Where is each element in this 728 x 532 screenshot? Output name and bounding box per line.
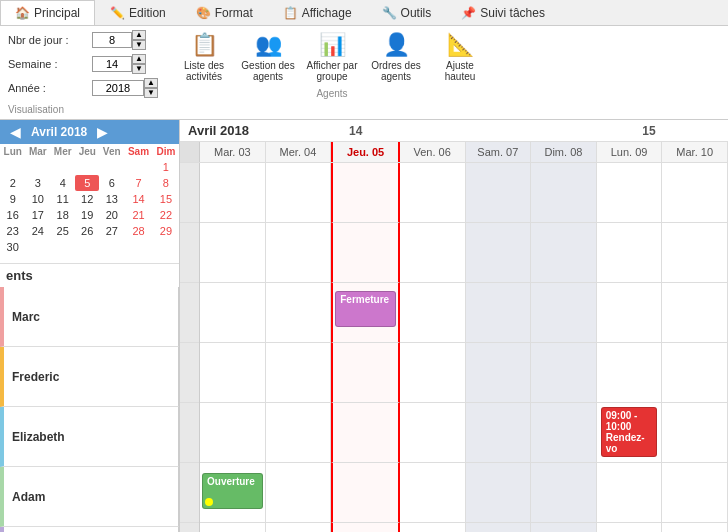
day-cell[interactable] bbox=[662, 403, 728, 463]
mini-cal-day[interactable]: 18 bbox=[50, 207, 75, 223]
mini-cal-day[interactable]: 28 bbox=[124, 223, 153, 239]
mini-cal-day[interactable] bbox=[0, 159, 25, 175]
day-cell[interactable] bbox=[266, 283, 332, 343]
day-cell[interactable] bbox=[331, 223, 400, 283]
day-cell[interactable] bbox=[266, 163, 332, 223]
day-cell[interactable] bbox=[531, 163, 597, 223]
day-cell[interactable] bbox=[266, 403, 332, 463]
mini-cal-day[interactable] bbox=[124, 159, 153, 175]
mini-cal-day[interactable] bbox=[99, 239, 124, 255]
mini-cal-day[interactable]: 10 bbox=[25, 191, 50, 207]
day-cell[interactable] bbox=[266, 343, 332, 403]
day-cell[interactable] bbox=[662, 343, 728, 403]
tab-edition[interactable]: ✏️ Edition bbox=[95, 0, 181, 25]
mini-cal-day[interactable]: 25 bbox=[50, 223, 75, 239]
annee-down[interactable]: ▼ bbox=[144, 88, 158, 98]
tab-outils[interactable]: 🔧 Outils bbox=[367, 0, 447, 25]
mini-cal-day[interactable]: 16 bbox=[0, 207, 25, 223]
tab-principal[interactable]: 🏠 Principal bbox=[0, 0, 95, 25]
day-cell[interactable] bbox=[531, 343, 597, 403]
day-cell[interactable] bbox=[531, 523, 597, 532]
mini-cal-day[interactable]: 17 bbox=[25, 207, 50, 223]
day-cell[interactable] bbox=[466, 223, 532, 283]
day-cell[interactable] bbox=[662, 523, 728, 532]
day-cell[interactable] bbox=[531, 463, 597, 523]
day-cell[interactable] bbox=[531, 283, 597, 343]
mini-cal-day[interactable]: 22 bbox=[153, 207, 179, 223]
day-cell[interactable] bbox=[597, 463, 663, 523]
day-cell[interactable] bbox=[200, 283, 266, 343]
mini-cal-day[interactable]: 19 bbox=[75, 207, 99, 223]
event-block[interactable]: Ouverture bbox=[202, 473, 263, 509]
tab-affichage[interactable]: 📋 Affichage bbox=[268, 0, 367, 25]
mini-cal-day[interactable] bbox=[50, 159, 75, 175]
mini-cal-day[interactable] bbox=[75, 239, 99, 255]
liste-btn[interactable]: 📋 Liste desactivités bbox=[174, 30, 234, 84]
mini-cal-day[interactable]: 23 bbox=[0, 223, 25, 239]
mini-cal-day[interactable] bbox=[124, 239, 153, 255]
day-cell[interactable] bbox=[466, 163, 532, 223]
day-cell[interactable] bbox=[597, 343, 663, 403]
day-cell[interactable] bbox=[597, 523, 663, 532]
mini-cal-day[interactable]: 15 bbox=[153, 191, 179, 207]
mini-cal-day[interactable]: 5 bbox=[75, 175, 99, 191]
day-cell[interactable] bbox=[597, 283, 663, 343]
day-cell[interactable] bbox=[466, 283, 532, 343]
mini-cal-day[interactable] bbox=[99, 159, 124, 175]
day-cell[interactable] bbox=[466, 343, 532, 403]
tab-format[interactable]: 🎨 Format bbox=[181, 0, 268, 25]
annee-up[interactable]: ▲ bbox=[144, 78, 158, 88]
mini-cal-day[interactable]: 27 bbox=[99, 223, 124, 239]
day-cell[interactable] bbox=[200, 223, 266, 283]
mini-cal-day[interactable]: 30 bbox=[0, 239, 25, 255]
mini-cal-day[interactable]: 24 bbox=[25, 223, 50, 239]
nbr-up[interactable]: ▲ bbox=[132, 30, 146, 40]
day-cell[interactable] bbox=[331, 343, 400, 403]
day-cell[interactable] bbox=[400, 223, 466, 283]
mini-cal-day[interactable]: 2 bbox=[0, 175, 25, 191]
day-cell[interactable] bbox=[200, 403, 266, 463]
mini-cal-day[interactable]: 6 bbox=[99, 175, 124, 191]
day-cell[interactable]: Fermeture bbox=[331, 283, 400, 343]
day-cell[interactable] bbox=[466, 523, 532, 532]
mini-cal-day[interactable]: 8 bbox=[153, 175, 179, 191]
annee-spinner[interactable]: ▲ ▼ bbox=[92, 78, 158, 98]
mini-cal-day[interactable]: 13 bbox=[99, 191, 124, 207]
mini-cal-day[interactable] bbox=[50, 239, 75, 255]
nbr-spinner[interactable]: ▲ ▼ bbox=[92, 30, 146, 50]
day-cell[interactable] bbox=[662, 283, 728, 343]
day-cell[interactable] bbox=[266, 463, 332, 523]
day-cell[interactable] bbox=[200, 163, 266, 223]
day-cell[interactable]: Formation bbox=[331, 523, 400, 532]
tab-suivi[interactable]: 📌 Suivi tâches bbox=[446, 0, 560, 25]
nbr-down[interactable]: ▼ bbox=[132, 40, 146, 50]
day-cell[interactable] bbox=[531, 223, 597, 283]
mini-cal-day[interactable]: 1 bbox=[153, 159, 179, 175]
semaine-down[interactable]: ▼ bbox=[132, 64, 146, 74]
mini-cal-day[interactable]: 4 bbox=[50, 175, 75, 191]
mini-cal-day[interactable]: 7 bbox=[124, 175, 153, 191]
day-cell[interactable] bbox=[331, 403, 400, 463]
day-cell[interactable] bbox=[400, 343, 466, 403]
nbr-input[interactable] bbox=[92, 32, 132, 48]
event-block[interactable]: 09:00 - 10:00 Rendez-vo bbox=[601, 407, 658, 457]
mini-cal-day[interactable]: 20 bbox=[99, 207, 124, 223]
day-cell[interactable] bbox=[662, 163, 728, 223]
semaine-input[interactable] bbox=[92, 56, 132, 72]
afficher-btn[interactable]: 📊 Afficher pargroupe bbox=[302, 30, 362, 84]
day-cell[interactable] bbox=[597, 223, 663, 283]
day-cell[interactable] bbox=[531, 403, 597, 463]
mini-cal-day[interactable]: 12 bbox=[75, 191, 99, 207]
mini-cal-day[interactable]: 14 bbox=[124, 191, 153, 207]
day-cell[interactable] bbox=[400, 523, 466, 532]
mini-cal-day[interactable]: 21 bbox=[124, 207, 153, 223]
ajuster-btn[interactable]: 📐 Ajustehauteu bbox=[430, 30, 490, 84]
mini-cal-day[interactable] bbox=[25, 239, 50, 255]
day-cell[interactable]: Ouverture bbox=[200, 463, 266, 523]
day-cell[interactable] bbox=[466, 403, 532, 463]
day-cell[interactable] bbox=[466, 463, 532, 523]
day-cell[interactable] bbox=[400, 283, 466, 343]
mini-cal-day[interactable]: 9 bbox=[0, 191, 25, 207]
day-cell[interactable] bbox=[200, 343, 266, 403]
day-cell[interactable] bbox=[266, 223, 332, 283]
